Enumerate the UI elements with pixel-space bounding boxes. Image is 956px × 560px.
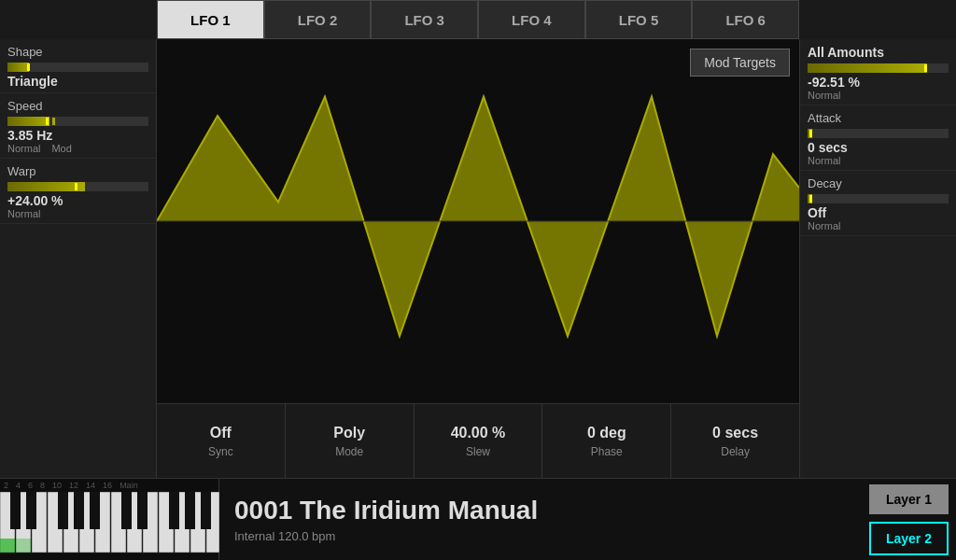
decay-value: Off <box>808 205 949 220</box>
speed-slider[interactable] <box>7 117 148 126</box>
patch-name: 0001 The Iridium Manual <box>234 496 847 525</box>
warp-slider[interactable] <box>7 182 148 191</box>
svg-marker-0 <box>157 97 799 337</box>
speed-value: 3.85 Hz <box>7 128 148 143</box>
warp-section: Warp +24.00 % Normal <box>0 159 156 224</box>
slew-value: 40.00 % <box>451 425 506 441</box>
mode-label: Mode <box>335 445 363 458</box>
tab-lfo2[interactable]: LFO 2 <box>264 0 372 39</box>
all-amounts-value: -92.51 % <box>808 75 949 90</box>
phase-value: 0 deg <box>587 425 626 441</box>
shape-label: Shape <box>7 45 148 59</box>
decay-label: Decay <box>808 176 949 190</box>
svg-rect-19 <box>26 492 36 529</box>
all-amounts-sub: Normal <box>808 90 949 101</box>
piano-svg <box>0 492 219 555</box>
svg-rect-22 <box>90 492 100 529</box>
layer2-button[interactable]: Layer 2 <box>869 522 949 555</box>
speed-mod: Mod <box>51 143 71 154</box>
shape-value: Triangle <box>7 74 148 89</box>
mod-targets-button[interactable]: Mod Targets <box>690 49 790 77</box>
delay-label: Delay <box>721 445 750 458</box>
layer1-button[interactable]: Layer 1 <box>869 484 949 514</box>
warp-value: +24.00 % <box>7 193 148 208</box>
svg-rect-24 <box>137 492 148 529</box>
tab-lfo1[interactable]: LFO 1 <box>157 0 264 39</box>
tab-lfo4[interactable]: LFO 4 <box>478 0 585 39</box>
tab-lfo5[interactable]: LFO 5 <box>585 0 693 39</box>
slew-control[interactable]: 40.00 % Slew <box>415 404 543 478</box>
mode-control[interactable]: Poly Mode <box>286 404 415 478</box>
attack-label: Attack <box>808 111 949 125</box>
svg-rect-26 <box>185 492 195 529</box>
layer-buttons: Layer 1 Layer 2 <box>862 479 956 560</box>
attack-value: 0 secs <box>808 140 949 155</box>
svg-rect-25 <box>169 492 179 529</box>
delay-control[interactable]: 0 secs Delay <box>671 404 799 478</box>
sync-label: Sync <box>208 445 233 458</box>
decay-sub: Normal <box>808 220 949 231</box>
mode-value: Poly <box>333 425 365 441</box>
all-amounts-slider[interactable] <box>808 63 949 73</box>
svg-rect-27 <box>201 492 211 529</box>
attack-sub: Normal <box>808 155 949 166</box>
svg-rect-17 <box>16 539 31 553</box>
svg-rect-18 <box>10 492 21 529</box>
svg-rect-16 <box>0 539 15 553</box>
decay-slider[interactable] <box>808 194 949 203</box>
phase-label: Phase <box>591 445 623 458</box>
piano-keys-area[interactable] <box>0 492 218 560</box>
phase-control[interactable]: 0 deg Phase <box>542 404 671 478</box>
speed-section: Speed 3.85 Hz Normal Mod <box>0 93 156 159</box>
sync-value: Off <box>210 425 232 441</box>
shape-section: Shape Triangle <box>0 39 156 93</box>
svg-rect-21 <box>74 492 84 529</box>
warp-normal: Normal <box>7 208 148 219</box>
svg-rect-23 <box>121 492 132 529</box>
sync-control[interactable]: Off Sync <box>157 404 286 478</box>
bottom-controls: Off Sync Poly Mode 40.00 % Slew 0 deg Ph… <box>157 403 799 478</box>
attack-slider[interactable] <box>808 129 949 138</box>
attack-section: Attack 0 secs Normal <box>800 105 956 171</box>
patch-info: 0001 The Iridium Manual Internal 120.0 b… <box>219 479 862 560</box>
warp-label: Warp <box>7 164 148 178</box>
waveform-svg <box>157 39 799 403</box>
shape-slider[interactable] <box>7 63 148 72</box>
patch-sub: Internal 120.0 bpm <box>234 529 847 543</box>
svg-rect-20 <box>58 492 68 529</box>
all-amounts-section: All Amounts -92.51 % Normal <box>800 39 956 105</box>
decay-section: Decay Off Normal <box>800 171 956 236</box>
speed-label: Speed <box>7 99 148 113</box>
piano-mini[interactable]: 2 4 6 8 10 12 14 16 Main <box>0 479 219 560</box>
tab-lfo6[interactable]: LFO 6 <box>692 0 799 39</box>
piano-numbers: 2 4 6 8 10 12 14 16 Main <box>0 479 218 492</box>
speed-normal: Normal <box>7 143 40 154</box>
waveform-display: Mod Targets <box>157 39 799 403</box>
delay-value: 0 secs <box>712 425 758 441</box>
tab-lfo3[interactable]: LFO 3 <box>371 0 478 39</box>
all-amounts-label: All Amounts <box>808 45 949 60</box>
slew-label: Slew <box>466 445 490 458</box>
